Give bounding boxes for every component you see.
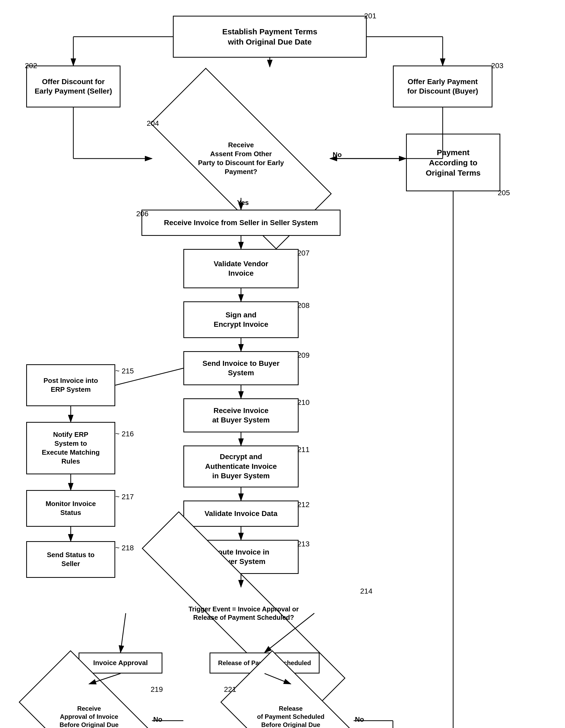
node-208: Sign and Encrypt Invoice (183, 301, 298, 338)
ref-212: 212 (297, 501, 309, 509)
node-209-label: Send Invoice to Buyer System (203, 359, 280, 378)
node-219: ReceiveApproval of InvoiceBefore Origina… (26, 684, 152, 728)
node-217-label: Monitor Invoice Status (46, 499, 96, 517)
node-219-label: ReceiveApproval of InvoiceBefore Origina… (59, 704, 118, 728)
node-210-label: Receive Invoice at Buyer System (212, 406, 270, 425)
no-label-204: No (333, 151, 342, 159)
node-211: Decrypt and Authenticate Invoice in Buye… (183, 446, 298, 487)
node-221: Releaseof Payment ScheduledBefore Origin… (228, 684, 353, 728)
ref-211: 211 (297, 446, 309, 454)
invoice-approval-label: Invoice Approval (93, 659, 148, 667)
node-212: Validate Invoice Data (183, 501, 298, 527)
ref-214: 214 (360, 587, 372, 595)
yes-label-204: Yes (237, 199, 249, 207)
node-206: Receive Invoice from Seller in Seller Sy… (142, 210, 340, 236)
ref-215: ~ 215 (115, 367, 134, 375)
node-207: Validate Vendor Invoice (183, 249, 298, 288)
ref-203: 203 (491, 62, 503, 70)
ref-221: 221 (224, 685, 236, 694)
node-216: Notify ERP System to Execute Matching Ru… (26, 422, 115, 474)
node-205-label: Payment According to Original Terms (426, 147, 481, 178)
ref-213: 213 (297, 540, 309, 548)
node-201: Establish Payment Terms with Original Du… (173, 16, 367, 58)
ref-208: 208 (297, 301, 309, 310)
diagram-container: Establish Payment Terms with Original Du… (0, 0, 565, 728)
ref-202: 202 (25, 62, 37, 70)
node-201-label: Establish Payment Terms with Original Du… (223, 26, 317, 47)
ref-217: ~ 217 (115, 493, 134, 501)
node-214-label: Trigger Event = Invoice Approval orRelea… (189, 605, 299, 622)
node-209: Send Invoice to Buyer System (183, 351, 298, 385)
ref-205: 205 (498, 189, 510, 197)
ref-218: ~ 218 (115, 544, 134, 552)
ref-201: 201 (364, 12, 376, 20)
svg-line-23 (121, 613, 126, 653)
node-202: Offer Discount for Early Payment (Seller… (26, 66, 121, 107)
node-204: ReceiveAssent From OtherParty to Discoun… (152, 119, 330, 198)
node-207-label: Validate Vendor Invoice (214, 259, 269, 278)
node-205: Payment According to Original Terms (406, 134, 500, 191)
node-203: Offer Early Payment for Discount (Buyer) (393, 66, 492, 107)
no-label-219: No (153, 715, 162, 724)
ref-209: 209 (297, 351, 309, 360)
node-invoice-approval: Invoice Approval (79, 653, 162, 673)
node-210: Receive Invoice at Buyer System (183, 398, 298, 432)
node-221-label: Releaseof Payment ScheduledBefore Origin… (257, 704, 324, 728)
node-215-label: Post Invoice into ERP System (44, 376, 98, 394)
node-214: Trigger Event = Invoice Approval orRelea… (126, 587, 361, 639)
node-217: Monitor Invoice Status (26, 490, 115, 527)
node-218-label: Send Status to Seller (47, 551, 95, 568)
ref-219: 219 (151, 685, 163, 694)
node-206-label: Receive Invoice from Seller in Seller Sy… (164, 218, 318, 227)
node-204-label: ReceiveAssent From OtherParty to Discoun… (198, 141, 284, 176)
node-211-label: Decrypt and Authenticate Invoice in Buye… (205, 452, 277, 481)
node-203-label: Offer Early Payment for Discount (Buyer) (407, 77, 478, 96)
node-215: Post Invoice into ERP System (26, 364, 115, 406)
node-202-label: Offer Discount for Early Payment (Seller… (35, 77, 112, 96)
ref-216: ~ 216 (115, 430, 134, 438)
ref-206: 206 (136, 210, 149, 218)
node-216-label: Notify ERP System to Execute Matching Ru… (42, 430, 100, 466)
node-208-label: Sign and Encrypt Invoice (214, 310, 269, 329)
ref-210: 210 (297, 398, 309, 407)
node-212-label: Validate Invoice Data (205, 509, 278, 518)
no-label-221: No (355, 715, 364, 724)
ref-204: 204 (147, 119, 159, 128)
ref-207: 207 (297, 249, 309, 257)
node-218: Send Status to Seller (26, 541, 115, 578)
